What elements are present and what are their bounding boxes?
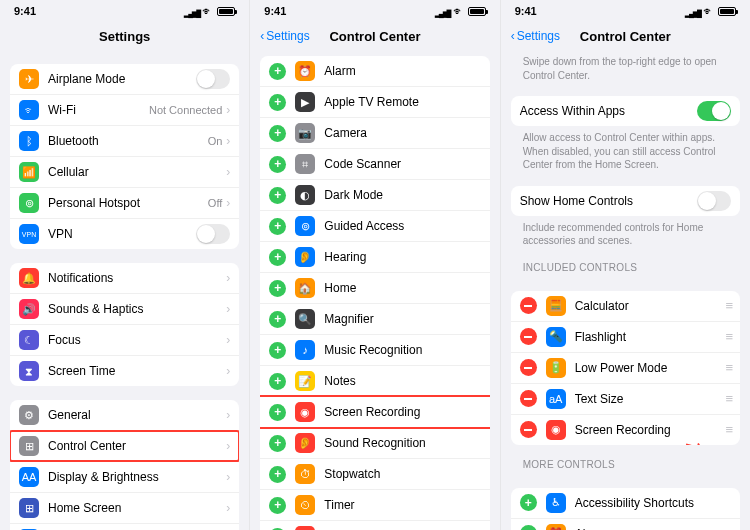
add-row[interactable]: +🔍Magnifier — [260, 304, 489, 335]
cc-scroll[interactable]: Swipe down from the top-right edge to op… — [501, 50, 750, 530]
toggle[interactable] — [196, 69, 230, 89]
reorder-grip-icon[interactable]: ≡ — [725, 422, 731, 437]
settings-row-airplane[interactable]: ✈Airplane Mode — [10, 64, 239, 95]
remove-icon[interactable] — [520, 328, 537, 345]
settings-row-sounds[interactable]: 🔊Sounds & Haptics› — [10, 294, 239, 325]
settings-row-general[interactable]: ⚙General› — [10, 400, 239, 431]
add-row[interactable]: +📝Notes — [260, 366, 489, 397]
row-label: Sound Recognition — [324, 436, 480, 450]
row-label: VPN — [48, 227, 196, 241]
add-row[interactable]: +▶Apple TV Remote — [260, 87, 489, 118]
included-row[interactable]: aAText Size≡ — [511, 384, 740, 415]
add-row[interactable]: +👂Sound Recognition — [260, 428, 489, 459]
access-within-apps-row[interactable]: Access Within Apps — [511, 96, 740, 126]
settings-row-cellular[interactable]: 📶Cellular› — [10, 157, 239, 188]
sounds-icon: 🔊 — [19, 299, 39, 319]
signal-icon — [685, 6, 699, 16]
more-header: MORE CONTROLS — [511, 445, 740, 474]
add-row[interactable]: +♪Music Recognition — [260, 335, 489, 366]
reorder-grip-icon[interactable]: ≡ — [725, 360, 731, 375]
row-label: Magnifier — [324, 312, 480, 326]
settings-row-focus[interactable]: ☾Focus› — [10, 325, 239, 356]
row-label: Flashlight — [575, 330, 726, 344]
remove-icon[interactable] — [520, 421, 537, 438]
toggle[interactable] — [697, 101, 731, 121]
included-row[interactable]: ◉Screen Recording≡↘ — [511, 415, 740, 445]
chevron-right-icon: › — [226, 302, 230, 316]
add-row[interactable]: +♿︎Accessibility Shortcuts — [511, 488, 740, 519]
add-icon[interactable]: + — [269, 125, 286, 142]
settings-row-notifications[interactable]: 🔔Notifications› — [10, 263, 239, 294]
settings-row-screentime[interactable]: ⧗Screen Time› — [10, 356, 239, 386]
add-row[interactable]: +⌗Code Scanner — [260, 149, 489, 180]
add-icon[interactable]: + — [269, 435, 286, 452]
included-row[interactable]: 🔦Flashlight≡ — [511, 322, 740, 353]
cc-scroll[interactable]: +⏰Alarm+▶Apple TV Remote+📷Camera+⌗Code S… — [250, 50, 499, 530]
settings-row-bluetooth[interactable]: ᛒBluetoothOn› — [10, 126, 239, 157]
add-row[interactable]: +⊚Guided Access — [260, 211, 489, 242]
settings-row-controlcenter[interactable]: ⊞Control Center› — [10, 431, 239, 462]
settings-row-vpn[interactable]: VPNVPN — [10, 219, 239, 249]
settings-row-wifi[interactable]: ᯤWi-FiNot Connected› — [10, 95, 239, 126]
control-icon: ⏲ — [295, 495, 315, 515]
add-icon[interactable]: + — [269, 311, 286, 328]
add-icon[interactable]: + — [269, 63, 286, 80]
row-label: Notifications — [48, 271, 226, 285]
toggle[interactable] — [196, 224, 230, 244]
control-icon: ◉ — [295, 402, 315, 422]
add-row[interactable]: +⏰Alarm — [511, 519, 740, 531]
add-row[interactable]: +◉Screen Recording — [260, 397, 489, 428]
settings-row-hotspot[interactable]: ⊚Personal HotspotOff› — [10, 188, 239, 219]
airplane-icon: ✈ — [19, 69, 39, 89]
add-icon[interactable]: + — [269, 342, 286, 359]
reorder-grip-icon[interactable]: ≡ — [725, 329, 731, 344]
add-icon[interactable]: + — [269, 156, 286, 173]
row-label: Control Center — [48, 439, 226, 453]
add-icon[interactable]: + — [269, 497, 286, 514]
add-icon[interactable]: + — [269, 94, 286, 111]
add-icon[interactable]: + — [269, 280, 286, 297]
row-label: General — [48, 408, 226, 422]
add-row[interactable]: +🏠Home — [260, 273, 489, 304]
add-row[interactable]: +📷Camera — [260, 118, 489, 149]
toggle[interactable] — [697, 191, 731, 211]
add-icon[interactable]: + — [269, 249, 286, 266]
add-icon[interactable]: + — [269, 218, 286, 235]
add-icon[interactable]: + — [520, 494, 537, 511]
included-row[interactable]: 🔋Low Power Mode≡ — [511, 353, 740, 384]
add-icon[interactable]: + — [269, 373, 286, 390]
caption: Allow access to Control Center within ap… — [511, 126, 740, 172]
remove-icon[interactable] — [520, 297, 537, 314]
add-row[interactable]: +◐Dark Mode — [260, 180, 489, 211]
status-bar: 9:41 ᯤ — [501, 0, 750, 22]
back-button[interactable]: ‹Settings — [260, 29, 309, 43]
settings-scroll[interactable]: ✈Airplane ModeᯤWi-FiNot Connected›ᛒBluet… — [0, 50, 249, 530]
add-row[interactable]: +⏱Stopwatch — [260, 459, 489, 490]
settings-row-homescreen[interactable]: ⊞Home Screen› — [10, 493, 239, 524]
back-button[interactable]: ‹Settings — [511, 29, 560, 43]
show-home-controls-row[interactable]: Show Home Controls — [511, 186, 740, 216]
remove-icon[interactable] — [520, 390, 537, 407]
add-icon[interactable]: + — [269, 187, 286, 204]
bluetooth-icon: ᛒ — [19, 131, 39, 151]
remove-icon[interactable] — [520, 359, 537, 376]
wifi-icon: ᯤ — [19, 100, 39, 120]
add-row[interactable]: +👂Hearing — [260, 242, 489, 273]
add-row[interactable]: +🎤Voice Memos — [260, 521, 489, 530]
settings-row-display[interactable]: AADisplay & Brightness› — [10, 462, 239, 493]
settings-row-accessibility[interactable]: ♿︎Accessibility› — [10, 524, 239, 530]
reorder-grip-icon[interactable]: ≡ — [725, 298, 731, 313]
chevron-right-icon: › — [226, 196, 230, 210]
add-icon[interactable]: + — [520, 525, 537, 530]
row-label: Focus — [48, 333, 226, 347]
included-row[interactable]: 🧮Calculator≡ — [511, 291, 740, 322]
row-label: Display & Brightness — [48, 470, 226, 484]
add-row[interactable]: +⏲Timer — [260, 490, 489, 521]
add-icon[interactable]: + — [269, 466, 286, 483]
reorder-grip-icon[interactable]: ≡ — [725, 391, 731, 406]
row-label: Airplane Mode — [48, 72, 196, 86]
cellular-icon: 📶 — [19, 162, 39, 182]
add-row[interactable]: +⏰Alarm — [260, 56, 489, 87]
signal-icon — [435, 6, 449, 16]
add-icon[interactable]: + — [269, 404, 286, 421]
